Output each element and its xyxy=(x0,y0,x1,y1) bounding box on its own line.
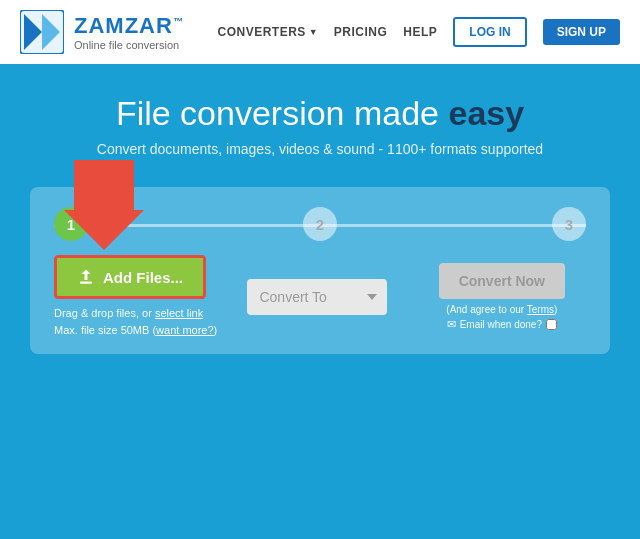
red-arrow-icon xyxy=(64,160,144,250)
zamzar-logo-icon xyxy=(20,10,64,54)
nav-area: CONVERTERS ▼ PRICING HELP LOG IN SIGN UP xyxy=(218,17,620,47)
login-button[interactable]: LOG IN xyxy=(453,17,526,47)
convert-now-button[interactable]: Convert Now xyxy=(439,263,565,299)
nav-converters-link[interactable]: CONVERTERS xyxy=(218,25,306,39)
convert-now-section: Convert Now (And agree to our Terms) ✉ E… xyxy=(418,263,586,331)
add-files-hint: Drag & drop files, or select link Max. f… xyxy=(54,305,217,338)
logo-text-area: ZAMZAR™ Online file conversion xyxy=(74,13,184,51)
svg-rect-4 xyxy=(80,282,92,284)
agree-text: (And agree to our Terms) xyxy=(446,304,557,315)
add-files-button[interactable]: Add Files... xyxy=(54,255,206,299)
nav-help-link[interactable]: HELP xyxy=(403,25,437,39)
actions-row: Add Files... Drag & drop files, or selec… xyxy=(54,255,586,338)
email-label: Email when done? xyxy=(460,319,542,330)
convert-to-select[interactable]: Convert To xyxy=(247,279,387,315)
select-link[interactable]: select link xyxy=(155,307,203,319)
header: ZAMZAR™ Online file conversion CONVERTER… xyxy=(0,0,640,64)
svg-marker-3 xyxy=(64,160,144,250)
converters-dropdown-arrow: ▼ xyxy=(309,27,318,37)
signup-button[interactable]: SIGN UP xyxy=(543,19,620,45)
add-files-label: Add Files... xyxy=(103,269,183,286)
want-more-link[interactable]: want more? xyxy=(156,324,213,336)
nav-pricing-link[interactable]: PRICING xyxy=(334,25,388,39)
email-checkbox[interactable] xyxy=(546,319,557,330)
step-2-circle: 2 xyxy=(303,207,337,241)
terms-link[interactable]: Terms xyxy=(527,304,554,315)
converter-panel: 1 2 3 xyxy=(0,177,640,374)
convert-to-section: Convert To xyxy=(233,279,401,315)
add-files-section: Add Files... Drag & drop files, or selec… xyxy=(54,255,217,338)
email-row: ✉ Email when done? xyxy=(447,318,557,331)
logo-name: ZAMZAR™ xyxy=(74,13,184,39)
hero-subtitle: Convert documents, images, videos & soun… xyxy=(20,141,620,157)
hero-title: File conversion made easy xyxy=(20,94,620,133)
logo-tagline: Online file conversion xyxy=(74,39,184,51)
nav-converters[interactable]: CONVERTERS ▼ xyxy=(218,25,318,39)
step-3-circle: 3 xyxy=(552,207,586,241)
upload-icon xyxy=(77,268,95,286)
logo-area: ZAMZAR™ Online file conversion xyxy=(20,10,184,54)
converter-box: 1 2 3 xyxy=(30,187,610,354)
email-icon: ✉ xyxy=(447,318,456,331)
